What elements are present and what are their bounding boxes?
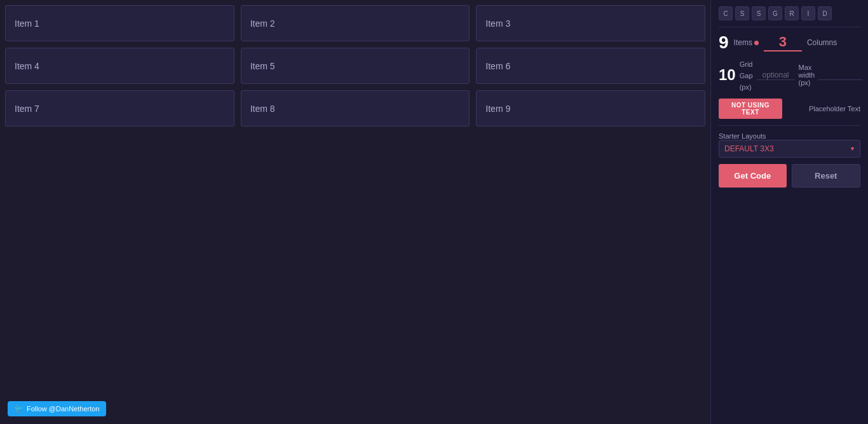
get-code-button[interactable]: Get Code	[719, 164, 787, 188]
not-using-row: NOT USING TEXT Placeholder Text	[719, 99, 860, 119]
grid-item: Item 9	[476, 90, 705, 127]
letter-buttons-row: CSSGRID	[719, 6, 860, 20]
items-count: 9	[719, 34, 729, 51]
grid-item: Item 1	[5, 5, 234, 41]
columns-input[interactable]	[764, 34, 802, 51]
items-columns-row: 9 Items Columns	[719, 34, 860, 51]
sidebar: CSSGRID 9 Items Columns 10 Grid Gap (px)…	[710, 0, 868, 424]
letter-button-c[interactable]: C	[719, 6, 733, 20]
grid-item: Item 8	[241, 90, 470, 127]
letter-button-s[interactable]: S	[752, 6, 766, 20]
grid-item: Item 3	[476, 5, 705, 41]
items-dot	[754, 41, 759, 45]
starter-layouts-select[interactable]: DEFAULT 3X3	[719, 140, 860, 158]
gap-count: 10	[719, 67, 736, 83]
grid-item: Item 4	[5, 48, 234, 84]
gap-unit: (px)	[740, 83, 752, 91]
not-using-text-button[interactable]: NOT USING TEXT	[719, 99, 782, 119]
starter-layouts-section: Starter Layouts DEFAULT 3X3	[719, 132, 860, 158]
gap-input[interactable]	[757, 71, 795, 80]
starter-layouts-label: Starter Layouts	[719, 132, 860, 140]
placeholder-text-label: Placeholder Text	[809, 105, 860, 113]
action-buttons: Get Code Reset	[719, 164, 860, 188]
letter-button-i[interactable]: I	[801, 6, 815, 20]
grid-item: Item 6	[476, 48, 705, 84]
gap-label: Grid Gap	[740, 60, 753, 79]
twitter-label: Follow @DanNetherton	[27, 405, 100, 413]
gap-row: 10 Grid Gap (px) Max width (px)	[719, 58, 860, 92]
reset-button[interactable]: Reset	[792, 164, 861, 188]
divider-2	[719, 125, 860, 126]
letter-button-r[interactable]: R	[785, 6, 799, 20]
divider-1	[719, 27, 860, 27]
grid-item: Item 7	[5, 90, 234, 127]
letter-button-g[interactable]: G	[768, 6, 782, 20]
grid-area: Item 1Item 2Item 3Item 4Item 5Item 6Item…	[0, 0, 710, 127]
letter-button-d[interactable]: D	[818, 6, 832, 20]
starter-layouts-select-wrapper: DEFAULT 3X3	[719, 140, 860, 158]
gap-label-group: Grid Gap (px)	[740, 58, 753, 92]
twitter-icon: 🐦	[14, 404, 24, 413]
grid-item: Item 2	[241, 5, 470, 41]
columns-label: Columns	[807, 38, 837, 47]
grid-item: Item 5	[241, 48, 470, 84]
letter-button-s[interactable]: S	[735, 6, 749, 20]
max-width-label: Max width (px)	[799, 64, 815, 86]
items-label: Items	[734, 38, 759, 47]
twitter-follow-badge[interactable]: 🐦 Follow @DanNetherton	[8, 401, 106, 416]
max-width-input[interactable]	[818, 71, 863, 80]
